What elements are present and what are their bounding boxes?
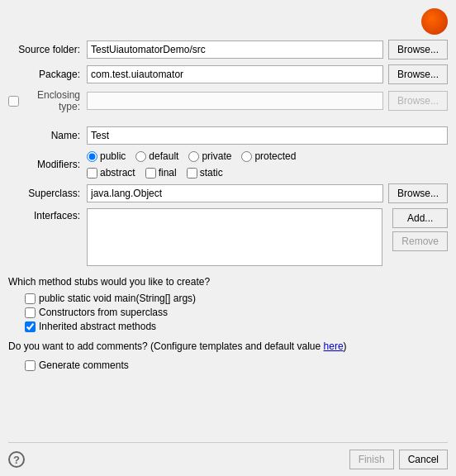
stub-constructors-label: Constructors from superclass bbox=[39, 307, 168, 318]
name-row: Name: bbox=[8, 126, 448, 145]
name-label: Name: bbox=[8, 130, 87, 141]
source-folder-label: Source folder: bbox=[8, 44, 87, 55]
modifiers-group: public default private protected bbox=[87, 150, 296, 178]
modifier-protected[interactable]: protected bbox=[241, 150, 296, 162]
generate-comments-row: Generate comments bbox=[25, 359, 448, 371]
interfaces-buttons: Add... Remove bbox=[387, 208, 448, 251]
package-row: Package: Browse... bbox=[8, 64, 448, 84]
help-button[interactable]: ? bbox=[8, 451, 25, 468]
generate-comments-label: Generate comments bbox=[39, 359, 129, 371]
modifier-public[interactable]: public bbox=[87, 150, 126, 162]
modifier-private[interactable]: private bbox=[188, 150, 231, 162]
modifier-abstract-label: abstract bbox=[100, 167, 135, 178]
stub-main-checkbox[interactable] bbox=[25, 293, 36, 304]
modifier-final-checkbox[interactable] bbox=[145, 168, 156, 178]
eclipse-icon bbox=[421, 8, 448, 35]
stub-inherited-checkbox[interactable] bbox=[25, 321, 36, 332]
modifiers-check-group: abstract final static bbox=[87, 167, 296, 178]
modifier-abstract[interactable]: abstract bbox=[87, 167, 135, 178]
enclosing-type-row: Enclosing type: Browse... bbox=[8, 89, 448, 112]
enclosing-type-label-area: Enclosing type: bbox=[8, 89, 87, 112]
bottom-bar: ? Finish Cancel bbox=[8, 442, 448, 476]
modifier-public-radio[interactable] bbox=[87, 151, 97, 162]
enclosing-type-browse-button[interactable]: Browse... bbox=[388, 91, 448, 111]
stub-constructors[interactable]: Constructors from superclass bbox=[25, 307, 448, 318]
modifier-final[interactable]: final bbox=[145, 167, 177, 178]
interfaces-textarea[interactable] bbox=[87, 208, 382, 266]
modifier-protected-radio[interactable] bbox=[241, 151, 252, 162]
separator bbox=[8, 117, 448, 121]
enclosing-type-label: Enclosing type: bbox=[21, 89, 80, 112]
interfaces-add-button[interactable]: Add... bbox=[392, 208, 448, 228]
modifier-public-label: public bbox=[100, 150, 126, 162]
modifier-abstract-checkbox[interactable] bbox=[87, 168, 97, 178]
stub-main-label: public static void main(String[] args) bbox=[39, 293, 196, 304]
package-input[interactable] bbox=[87, 65, 383, 83]
modifier-static-label: static bbox=[200, 167, 223, 178]
comments-question-end: ) bbox=[344, 340, 347, 352]
superclass-input[interactable] bbox=[87, 184, 383, 202]
stub-inherited[interactable]: Inherited abstract methods bbox=[25, 321, 448, 332]
modifier-final-label: final bbox=[159, 167, 177, 178]
enclosing-type-checkbox[interactable] bbox=[8, 96, 19, 107]
modifier-private-radio[interactable] bbox=[188, 151, 199, 162]
method-stubs-list: public static void main(String[] args) C… bbox=[25, 293, 448, 332]
stub-main[interactable]: public static void main(String[] args) bbox=[25, 293, 448, 304]
comments-question: Do you want to add comments? (Configure … bbox=[8, 340, 324, 352]
modifier-default-label: default bbox=[149, 150, 178, 162]
name-input[interactable] bbox=[87, 126, 448, 145]
top-bar bbox=[8, 8, 448, 35]
interfaces-label: Interfaces: bbox=[8, 208, 87, 221]
modifier-protected-label: protected bbox=[254, 150, 296, 162]
comments-line: Do you want to add comments? (Configure … bbox=[8, 340, 448, 352]
modifier-static-checkbox[interactable] bbox=[187, 168, 197, 178]
modifiers-radio-group: public default private protected bbox=[87, 150, 296, 162]
superclass-row: Superclass: Browse... bbox=[8, 183, 448, 203]
form-area: Source folder: Browse... Package: Browse… bbox=[8, 40, 448, 436]
stub-constructors-checkbox[interactable] bbox=[25, 307, 36, 318]
source-folder-row: Source folder: Browse... bbox=[8, 40, 448, 60]
enclosing-type-input[interactable] bbox=[87, 92, 383, 110]
interfaces-row: Interfaces: Add... Remove bbox=[8, 208, 448, 266]
comments-link[interactable]: here bbox=[324, 340, 344, 352]
stub-inherited-label: Inherited abstract methods bbox=[39, 321, 156, 332]
modifiers-label: Modifiers: bbox=[8, 159, 87, 170]
modifier-private-label: private bbox=[202, 150, 231, 162]
source-folder-browse-button[interactable]: Browse... bbox=[388, 40, 448, 60]
modifier-default[interactable]: default bbox=[135, 150, 178, 162]
method-stubs-title: Which method stubs would you like to cre… bbox=[8, 276, 448, 288]
superclass-label: Superclass: bbox=[8, 188, 87, 199]
modifiers-row: Modifiers: public default private bbox=[8, 150, 448, 178]
interfaces-remove-button[interactable]: Remove bbox=[392, 231, 448, 251]
superclass-browse-button[interactable]: Browse... bbox=[388, 183, 448, 203]
modifier-static[interactable]: static bbox=[187, 167, 223, 178]
cancel-button[interactable]: Cancel bbox=[399, 450, 448, 469]
source-folder-input[interactable] bbox=[87, 40, 383, 59]
finish-button[interactable]: Finish bbox=[349, 450, 394, 469]
package-label: Package: bbox=[8, 69, 87, 80]
new-class-dialog: Source folder: Browse... Package: Browse… bbox=[0, 0, 456, 476]
generate-comments-checkbox[interactable] bbox=[25, 360, 36, 371]
modifier-default-radio[interactable] bbox=[135, 151, 146, 162]
package-browse-button[interactable]: Browse... bbox=[388, 64, 448, 84]
